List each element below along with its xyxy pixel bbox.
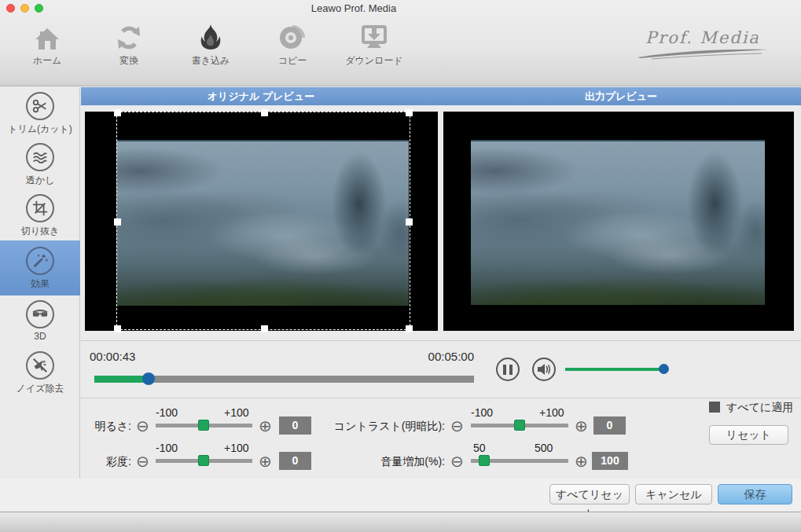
playback-progress-bar[interactable]	[94, 376, 474, 383]
speaker-icon	[537, 363, 551, 376]
sidebar: トリム(カット) 透かし 切り抜き	[0, 87, 80, 478]
toolbar-item-copy[interactable]: コピー	[256, 24, 329, 68]
sidebar-item-label: 透かし	[0, 174, 80, 187]
crop-handle-bottom-center[interactable]	[261, 325, 268, 332]
save-button[interactable]: 保存	[718, 484, 792, 504]
output-video-frame	[471, 140, 765, 305]
crop-handle-bottom-left[interactable]	[114, 325, 121, 332]
sidebar-item-trim[interactable]: トリム(カット)	[0, 87, 80, 138]
brightness-slider[interactable]	[156, 424, 252, 427]
playback-progress-fill	[94, 376, 149, 383]
brightness-max-label: +100	[224, 406, 249, 419]
volume-gain-increase-button[interactable]: ⊕	[575, 453, 588, 469]
crop-handle-top-center[interactable]	[261, 109, 268, 116]
preview-header-bar: オリジナル プレビュー 出力プレビュー	[81, 87, 801, 105]
sidebar-item-3d[interactable]: 3D	[0, 295, 80, 347]
volume-button[interactable]	[532, 358, 556, 381]
logo-text: Prof. Media	[636, 28, 770, 47]
window-title: Leawo Prof. Media	[0, 2, 707, 14]
output-preview-title: 出力プレビュー	[441, 87, 801, 105]
contrast-max-label: +100	[539, 406, 564, 419]
sidebar-item-watermark[interactable]: 透かし	[0, 138, 80, 189]
saturation-min-label: -100	[156, 442, 178, 454]
status-footer	[0, 512, 801, 532]
volume-slider[interactable]	[565, 368, 665, 371]
crop-handle-top-right[interactable]	[406, 109, 413, 116]
saturation-slider[interactable]	[156, 459, 252, 463]
app-window: Leawo Prof. Media ホーム 変換	[0, 0, 801, 532]
contrast-min-label: -100	[471, 406, 493, 419]
volume-gain-slider-thumb[interactable]	[479, 455, 490, 466]
saturation-label: 彩度:	[81, 455, 131, 469]
brightness-min-label: -100	[156, 406, 178, 419]
sidebar-item-crop[interactable]: 切り抜き	[0, 189, 80, 240]
playback-progress-thumb[interactable]	[142, 372, 155, 385]
pause-icon	[503, 365, 506, 375]
pause-button[interactable]	[496, 358, 520, 381]
brightness-decrease-button[interactable]: ⊖	[136, 418, 149, 434]
toolbar-item-label: 変換	[93, 54, 165, 68]
sidebar-item-label: ノイズ除去	[0, 382, 80, 395]
contrast-slider-thumb[interactable]	[514, 420, 525, 431]
toolbar-item-label: ダウンロード	[338, 54, 410, 68]
reset-button[interactable]: リセット	[709, 425, 788, 445]
crop-handle-middle-right[interactable]	[406, 218, 413, 226]
sidebar-item-label: トリム(カット)	[0, 123, 80, 136]
toolbar-item-label: ホーム	[11, 54, 83, 68]
brightness-label: 明るさ:	[81, 420, 131, 434]
saturation-decrease-button[interactable]: ⊖	[136, 453, 149, 469]
divider	[81, 398, 801, 398]
toolbar-item-download[interactable]: ダウンロード	[338, 24, 410, 68]
volume-gain-decrease-button[interactable]: ⊖	[450, 453, 464, 469]
convert-icon	[93, 24, 165, 50]
volume-gain-label: 音量増加(%):	[327, 455, 445, 469]
contrast-decrease-button[interactable]: ⊖	[450, 418, 464, 434]
contrast-increase-button[interactable]: ⊕	[575, 418, 588, 434]
contrast-slider[interactable]	[471, 424, 568, 427]
crop-selection-marquee[interactable]	[116, 112, 410, 330]
total-time-label: 00:05:00	[411, 350, 474, 363]
brightness-value: 0	[279, 416, 311, 435]
brightness-increase-button[interactable]: ⊕	[259, 418, 272, 434]
toolbar-item-label: 書き込み	[175, 54, 247, 68]
brightness-slider-thumb[interactable]	[198, 420, 209, 431]
volume-gain-value: 100	[592, 452, 628, 470]
cancel-button[interactable]: キャンセル	[635, 484, 712, 504]
burn-icon	[175, 24, 247, 50]
saturation-max-label: +100	[224, 442, 249, 454]
home-icon	[11, 24, 83, 50]
sidebar-item-noise-removal[interactable]: ノイズ除去	[0, 347, 80, 398]
volume-gain-max-label: 500	[535, 442, 553, 454]
sidebar-item-label: 3D	[0, 331, 80, 342]
volume-gain-slider[interactable]	[471, 459, 568, 463]
toolbar-item-convert[interactable]: 変換	[93, 24, 165, 68]
saturation-slider-thumb[interactable]	[198, 455, 209, 466]
contrast-value: 0	[593, 416, 626, 435]
scissors-icon	[26, 92, 54, 120]
crop-handle-bottom-right[interactable]	[406, 325, 413, 332]
logo-underline-swoosh	[636, 47, 770, 60]
reset-all-button[interactable]: すべてリセット	[549, 484, 630, 504]
sidebar-item-effect[interactable]: 効果	[0, 240, 80, 295]
toolbar-item-label: コピー	[256, 54, 329, 68]
volume-gain-min-label: 50	[473, 442, 486, 454]
download-icon	[338, 24, 410, 50]
top-chrome: Leawo Prof. Media ホーム 変換	[0, 0, 801, 86]
current-time-label: 00:00:43	[90, 350, 135, 363]
original-preview-title: オリジナル プレビュー	[81, 87, 441, 105]
crop-handle-top-left[interactable]	[114, 109, 121, 116]
sidebar-item-label: 切り抜き	[0, 225, 80, 238]
saturation-value: 0	[279, 452, 311, 470]
apply-to-all-label: すべてに適用	[726, 401, 793, 415]
toolbar-item-burn[interactable]: 書き込み	[175, 24, 247, 68]
apply-to-all-checkbox[interactable]	[709, 402, 720, 413]
crop-handle-middle-left[interactable]	[114, 218, 121, 226]
3d-glasses-icon	[26, 300, 54, 328]
noise-removal-icon	[26, 351, 54, 380]
toolbar-item-home[interactable]: ホーム	[11, 24, 83, 68]
saturation-increase-button[interactable]: ⊕	[259, 453, 272, 469]
bottom-action-bar: すべてリセット キャンセル 保存	[0, 479, 801, 512]
volume-slider-thumb[interactable]	[659, 364, 669, 374]
original-preview-panel	[85, 112, 438, 331]
crop-icon	[26, 194, 54, 222]
